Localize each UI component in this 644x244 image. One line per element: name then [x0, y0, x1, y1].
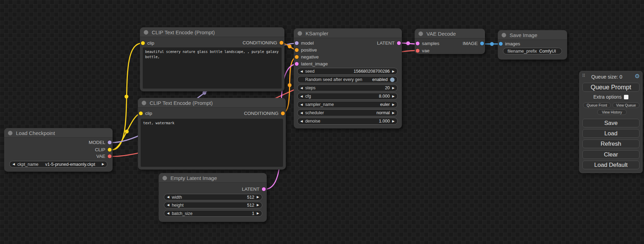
next-arrow-icon[interactable]: ▶ [392, 85, 395, 91]
queue-front-button[interactable]: Queue Front [583, 102, 611, 108]
collapse-dot-icon[interactable] [418, 31, 423, 36]
output-vae[interactable]: VAE [96, 154, 113, 159]
clip-slot-icon[interactable] [141, 41, 145, 45]
input-positive[interactable]: positive [294, 48, 317, 53]
image-slot-icon[interactable] [480, 42, 484, 45]
denoise-widget[interactable]: ◀ denoise 1.000 ▶ [297, 118, 398, 125]
prev-arrow-icon[interactable]: ◀ [12, 161, 15, 168]
node-title-bar[interactable]: VAE Decode [415, 29, 485, 38]
latent-slot-icon[interactable] [262, 187, 266, 191]
cfg-widget[interactable]: ◀ cfg 8.000 ▶ [297, 93, 398, 100]
image-slot-icon[interactable] [499, 42, 503, 46]
collapse-dot-icon[interactable] [502, 33, 506, 37]
next-arrow-icon[interactable]: ▶ [102, 161, 104, 168]
node-clip-text-encode-negative[interactable]: CLIP Text Encode (Prompt) clip CONDITION… [138, 98, 286, 170]
next-arrow-icon[interactable]: ▶ [392, 101, 395, 108]
node-title-bar[interactable]: KSampler [294, 28, 402, 38]
node-vae-decode[interactable]: VAE Decode samples vae IMAGE [415, 29, 485, 54]
output-model[interactable]: MODEL [89, 140, 113, 145]
clip-slot-icon[interactable] [139, 111, 143, 115]
conditioning-slot-icon[interactable] [295, 48, 299, 52]
prev-arrow-icon[interactable]: ◀ [300, 68, 303, 75]
vae-slot-icon[interactable] [108, 154, 112, 158]
comfyui-canvas[interactable]: { "colors": { "model": "#b2a0dc", "clip"… [0, 0, 644, 244]
queue-prompt-button[interactable]: Queue Prompt [582, 83, 639, 92]
latent-slot-icon[interactable] [416, 42, 420, 45]
prev-arrow-icon[interactable]: ◀ [300, 110, 303, 116]
extra-options-checkbox[interactable] [624, 95, 628, 99]
sampler-name-widget[interactable]: ◀ sampler_name euler ▶ [297, 101, 398, 108]
node-title-bar[interactable]: CLIP Text Encode (Prompt) [140, 27, 284, 37]
node-title-bar[interactable]: Save Image [498, 30, 567, 40]
next-arrow-icon[interactable]: ▶ [392, 118, 395, 125]
input-latent-image[interactable]: latent_image [294, 62, 328, 66]
node-title-bar[interactable]: Load Checkpoint [4, 128, 113, 138]
output-latent[interactable]: LATENT [377, 41, 402, 46]
prompt-text-area[interactable]: beautiful scenery nature glass bottle la… [143, 47, 282, 89]
vae-slot-icon[interactable] [416, 49, 420, 53]
next-arrow-icon[interactable]: ▶ [257, 210, 259, 217]
next-arrow-icon[interactable]: ▶ [257, 194, 259, 200]
scheduler-widget[interactable]: ◀ scheduler normal ▶ [297, 109, 398, 116]
node-title-bar[interactable]: CLIP Text Encode (Prompt) [138, 98, 286, 108]
save-button[interactable]: Save [582, 119, 639, 127]
next-arrow-icon[interactable]: ▶ [392, 68, 395, 75]
latent-slot-icon[interactable] [295, 62, 299, 66]
height-widget[interactable]: ◀ height 512 ▶ [164, 202, 262, 208]
node-load-checkpoint[interactable]: Load Checkpoint MODEL CLIP VAE ◀ ckpt_na… [4, 128, 113, 172]
ckpt-name-widget[interactable]: ◀ ckpt_name v1-5-pruned-emaonly.ckpt ▶ [9, 161, 107, 168]
next-arrow-icon[interactable]: ▶ [257, 202, 259, 208]
view-queue-button[interactable]: View Queue [612, 102, 639, 108]
model-slot-icon[interactable] [295, 41, 299, 45]
prev-arrow-icon[interactable]: ◀ [167, 202, 169, 208]
view-history-button[interactable]: View History [597, 109, 627, 115]
collapse-dot-icon[interactable] [8, 131, 12, 135]
collapse-dot-icon[interactable] [144, 30, 148, 35]
load-default-button[interactable]: Load Default [582, 161, 639, 169]
latent-slot-icon[interactable] [397, 41, 401, 45]
clip-slot-icon[interactable] [108, 148, 112, 152]
output-conditioning[interactable]: CONDITIONING [242, 40, 284, 45]
prompt-text-area[interactable]: text, watermark [141, 119, 283, 167]
input-samples[interactable]: samples [415, 41, 439, 46]
next-arrow-icon[interactable]: ▶ [392, 93, 395, 100]
load-button[interactable]: Load [582, 129, 639, 138]
prev-arrow-icon[interactable]: ◀ [300, 93, 303, 100]
toggle-knob-icon[interactable] [390, 78, 395, 82]
input-model[interactable]: model [294, 41, 314, 46]
refresh-button[interactable]: Refresh [582, 139, 639, 148]
node-ksampler[interactable]: KSampler model positive negative latent_… [294, 28, 402, 128]
prev-arrow-icon[interactable]: ◀ [167, 194, 169, 200]
conditioning-slot-icon[interactable] [280, 41, 283, 45]
node-empty-latent-image[interactable]: Empty Latent Image LATENT ◀ width 512 ▶ … [159, 173, 267, 222]
output-conditioning[interactable]: CONDITIONING [244, 111, 286, 116]
steps-widget[interactable]: ◀ steps 20 ▶ [297, 84, 398, 91]
input-clip[interactable]: clip [140, 41, 154, 46]
collapse-dot-icon[interactable] [298, 31, 302, 36]
seed-widget[interactable]: ◀ seed 156680208700286 ▶ [297, 68, 398, 75]
output-clip[interactable]: CLIP [95, 147, 113, 152]
output-latent[interactable]: LATENT [242, 187, 267, 192]
filename-prefix-widget[interactable]: filename_prefix ComfyUI [503, 48, 562, 54]
output-image[interactable]: IMAGE [462, 41, 485, 46]
prev-arrow-icon[interactable]: ◀ [300, 85, 303, 91]
conditioning-slot-icon[interactable] [295, 55, 299, 59]
batch-size-widget[interactable]: ◀ batch_size 1 ▶ [164, 210, 262, 217]
prev-arrow-icon[interactable]: ◀ [167, 210, 169, 217]
clear-button[interactable]: Clear [582, 150, 639, 159]
prev-arrow-icon[interactable]: ◀ [300, 118, 303, 125]
prev-arrow-icon[interactable]: ◀ [300, 101, 303, 108]
random-seed-toggle-widget[interactable]: Random seed after every gen enabled [297, 76, 398, 83]
collapse-dot-icon[interactable] [162, 176, 167, 180]
conditioning-slot-icon[interactable] [281, 111, 285, 115]
settings-gear-icon[interactable]: ⚙ [635, 73, 640, 80]
node-title-bar[interactable]: Empty Latent Image [159, 173, 267, 183]
input-negative[interactable]: negative [294, 55, 319, 60]
width-widget[interactable]: ◀ width 512 ▶ [164, 194, 262, 200]
node-save-image[interactable]: Save Image images filename_prefix ComfyU… [498, 30, 567, 60]
input-clip[interactable]: clip [138, 111, 152, 116]
input-vae[interactable]: vae [415, 48, 430, 53]
next-arrow-icon[interactable]: ▶ [392, 110, 395, 116]
model-slot-icon[interactable] [108, 141, 112, 144]
node-clip-text-encode-positive[interactable]: CLIP Text Encode (Prompt) clip CONDITION… [140, 27, 284, 91]
